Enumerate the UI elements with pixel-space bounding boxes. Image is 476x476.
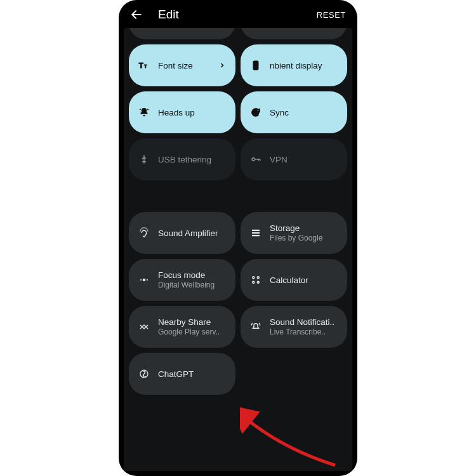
storage-icon <box>249 227 262 239</box>
focus-icon <box>138 274 150 286</box>
tile-vpn[interactable]: VPN <box>241 138 347 180</box>
tile-label: Sync <box>270 108 338 117</box>
back-button[interactable] <box>130 8 143 21</box>
text-size-icon: TT <box>138 59 150 72</box>
tile-label: Font size <box>158 61 210 70</box>
tile-sync[interactable]: Sync <box>241 91 347 133</box>
tile-label: ChatGPT <box>158 369 227 379</box>
tile-label: Focus mode <box>158 270 227 280</box>
tile-calculator[interactable]: Calculator <box>241 259 347 301</box>
tile-usb-tethering[interactable]: USB tethering <box>129 138 235 180</box>
tile-focus-mode[interactable]: Focus mode Digital Wellbeing <box>129 259 235 301</box>
reset-button[interactable]: RESET <box>317 10 346 20</box>
tile-chatgpt[interactable]: ChatGPT <box>129 353 235 395</box>
tile-sublabel: Digital Wellbeing <box>158 281 227 289</box>
tile-one-handed-mode[interactable]: e-handed mode <box>129 28 235 39</box>
tile-editor: e-handed mode our correction TT Font siz… <box>124 28 352 471</box>
tile-sound-notification[interactable]: Sound Notificati.. Live Transcribe.. <box>241 306 347 348</box>
svg-text:T: T <box>139 61 143 69</box>
tile-sublabel: Google Play serv.. <box>158 327 227 336</box>
tile-sublabel: Live Transcribe.. <box>270 327 338 336</box>
chatgpt-icon <box>138 367 150 380</box>
svg-point-6 <box>252 158 255 161</box>
hearing-icon <box>138 227 150 239</box>
bell-icon <box>138 106 150 119</box>
tile-color-correction[interactable]: our correction <box>241 28 347 39</box>
tile-label: USB tethering <box>158 155 227 164</box>
svg-rect-9 <box>252 235 260 236</box>
tile-ambient-display[interactable]: nbient display <box>241 44 347 86</box>
sync-icon <box>249 106 262 119</box>
arrow-left-icon <box>130 8 143 21</box>
calculator-icon <box>249 274 262 286</box>
svg-point-10 <box>143 279 145 281</box>
svg-rect-7 <box>252 230 260 231</box>
nearby-share-icon <box>138 321 150 333</box>
tile-label: Sound Amplifier <box>158 228 227 238</box>
tile-storage[interactable]: Storage Files by Google <box>241 212 347 254</box>
vpn-key-icon <box>249 153 262 166</box>
svg-point-14 <box>257 281 259 283</box>
header-bar: Edit RESET <box>119 0 357 28</box>
phone-frame: Edit RESET e-handed mode our correction … <box>119 0 357 476</box>
usb-icon <box>138 153 150 166</box>
tile-sublabel: Files by Google <box>270 234 338 242</box>
svg-rect-5 <box>255 63 258 67</box>
svg-text:T: T <box>144 63 147 69</box>
tile-label: Calculator <box>270 275 338 285</box>
tile-label: Nearby Share <box>158 317 227 327</box>
tile-label: Storage <box>270 223 338 233</box>
tile-nearby-share[interactable]: Nearby Share Google Play serv.. <box>129 306 235 348</box>
tile-label: Sound Notificati.. <box>270 317 338 327</box>
tile-label: VPN <box>270 155 338 164</box>
notification-sound-icon <box>249 321 262 333</box>
tile-heads-up[interactable]: Heads up <box>129 91 235 133</box>
phone-icon <box>249 59 262 72</box>
svg-point-11 <box>253 277 255 279</box>
svg-point-12 <box>257 277 259 279</box>
chevron-right-icon <box>218 62 227 69</box>
page-title: Edit <box>158 8 301 22</box>
tile-label: nbient display <box>270 61 338 70</box>
svg-rect-8 <box>252 232 260 234</box>
tile-font-size[interactable]: TT Font size <box>129 44 235 86</box>
svg-point-13 <box>253 281 255 283</box>
tile-label: Heads up <box>158 108 227 117</box>
tile-sound-amplifier[interactable]: Sound Amplifier <box>129 212 235 254</box>
